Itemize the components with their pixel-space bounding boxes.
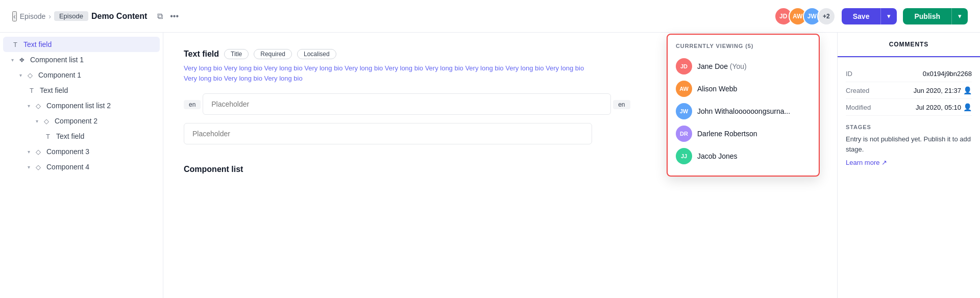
sidebar-item-component-4[interactable]: ▾ ◇ Component 4 bbox=[3, 159, 160, 175]
sidebar: T Text field ▾ ❖ Component list 1 ▾ ◇ Co… bbox=[0, 33, 163, 298]
viewing-name-1: Jane Doe (You) bbox=[697, 62, 747, 70]
field-description: Very long bio Very long bio Very long bi… bbox=[184, 63, 592, 83]
info-label-id: ID bbox=[846, 70, 852, 78]
viewing-you-label: (You) bbox=[730, 62, 747, 70]
info-value-id: 0x0194j9bn2268 bbox=[923, 70, 972, 78]
sidebar-label-component-list-1: Component list 1 bbox=[30, 56, 84, 64]
chevron-icon: ▾ bbox=[11, 57, 14, 63]
viewing-item-2: AW Alison Webb bbox=[676, 78, 811, 100]
back-button[interactable]: ‹ bbox=[12, 11, 17, 21]
sidebar-item-component-list-1[interactable]: ▾ ❖ Component list 1 bbox=[3, 52, 160, 67]
sidebar-item-component-1[interactable]: ▾ ◇ Component 1 bbox=[3, 67, 160, 83]
viewing-avatar-5: JJ bbox=[676, 148, 692, 164]
chevron-icon-3: ▾ bbox=[28, 103, 30, 109]
viewing-item-4: DR Darlene Robertson bbox=[676, 122, 811, 145]
sidebar-label-component-2: Component 2 bbox=[55, 117, 97, 125]
info-row-modified: Modified Jul 2020, 05:10 👤 bbox=[846, 99, 972, 116]
breadcrumb-tag[interactable]: Episode bbox=[54, 11, 88, 21]
info-row-id: ID 0x0194j9bn2268 bbox=[846, 66, 972, 82]
viewing-title: CURRENTLY VIEWING (5) bbox=[676, 43, 811, 49]
copy-button[interactable]: ⧉ bbox=[156, 11, 164, 22]
right-panel: COMMENTS ID 0x0194j9bn2268 Created Jun 2… bbox=[837, 33, 980, 298]
stages-title: STAGES bbox=[846, 124, 972, 130]
main-area: T Text field ▾ ❖ Component list 1 ▾ ◇ Co… bbox=[0, 33, 980, 298]
viewing-item-5: JJ Jacob Jones bbox=[676, 145, 811, 167]
header-right: JD AW JW +2 CURRENTLY VIEWING (5) JD Jan… bbox=[774, 7, 968, 26]
sidebar-item-component-list-list-2[interactable]: ▾ ◇ Component list list 2 bbox=[3, 98, 160, 113]
lang-tag-2: en bbox=[613, 100, 630, 109]
info-value-modified: Jul 2020, 05:10 👤 bbox=[916, 103, 972, 111]
publish-button-group: Publish ▾ bbox=[903, 8, 968, 24]
avatars-group: JD AW JW +2 bbox=[774, 7, 836, 26]
header-icons: ⧉ ••• bbox=[156, 11, 180, 22]
component-3-icon: ◇ bbox=[34, 148, 42, 156]
viewing-name-2: Alison Webb bbox=[697, 85, 737, 93]
info-row-created: Created Jun 2020, 21:37 👤 bbox=[846, 82, 972, 99]
chevron-icon-4: ▾ bbox=[36, 118, 38, 124]
text-icon-1: T bbox=[28, 87, 36, 94]
text-input-1[interactable] bbox=[203, 93, 611, 115]
chevron-icon-2: ▾ bbox=[19, 72, 22, 78]
avatar-count[interactable]: +2 bbox=[817, 7, 836, 26]
viewing-avatar-4: DR bbox=[676, 126, 692, 142]
breadcrumb-sep: › bbox=[48, 12, 51, 20]
sidebar-item-text-field-1[interactable]: T Text field bbox=[3, 83, 160, 98]
sidebar-label-component-4: Component 4 bbox=[46, 163, 89, 171]
person-icon-created: 👤 bbox=[963, 86, 972, 94]
stages-text: Entry is not published yet. Publish it t… bbox=[846, 134, 972, 154]
text-input-2[interactable] bbox=[184, 123, 592, 144]
viewing-avatar-2: AW bbox=[676, 81, 692, 97]
sidebar-item-component-2[interactable]: ▾ ◇ Component 2 bbox=[3, 113, 160, 129]
badge-required: Required bbox=[254, 49, 292, 59]
sidebar-item-component-3[interactable]: ▾ ◇ Component 3 bbox=[3, 144, 160, 159]
save-button[interactable]: Save bbox=[842, 8, 881, 24]
chevron-icon-6: ▾ bbox=[28, 164, 30, 170]
text-icon-2: T bbox=[44, 133, 52, 140]
header-left: ‹ Episode › Episode Demo Content ⧉ ••• bbox=[12, 11, 180, 22]
stages-section: STAGES Entry is not published yet. Publi… bbox=[846, 116, 972, 175]
sidebar-label-component-1: Component 1 bbox=[38, 71, 81, 79]
badge-title: Title bbox=[224, 49, 249, 59]
breadcrumb-current: Demo Content bbox=[91, 12, 147, 21]
publish-button[interactable]: Publish bbox=[903, 8, 951, 24]
sidebar-item-text-field-2[interactable]: T Text field bbox=[3, 129, 160, 144]
save-dropdown-button[interactable]: ▾ bbox=[880, 8, 897, 24]
info-label-modified: Modified bbox=[846, 104, 871, 111]
breadcrumb-episode: Episode bbox=[20, 12, 46, 20]
component-1-icon: ◇ bbox=[26, 71, 34, 79]
sidebar-label-component-list-list-2: Component list list 2 bbox=[46, 102, 111, 110]
publish-dropdown-button[interactable]: ▾ bbox=[951, 8, 968, 24]
component-2-icon: ◇ bbox=[42, 117, 51, 125]
badge-localised: Localised bbox=[297, 49, 336, 59]
sidebar-label-text-field-2: Text field bbox=[56, 132, 84, 140]
breadcrumb: ‹ Episode › Episode Demo Content bbox=[12, 11, 147, 21]
viewing-name-5: Jacob Jones bbox=[697, 152, 738, 160]
viewing-avatar-3: JW bbox=[676, 103, 692, 119]
viewing-name-4: Darlene Robertson bbox=[697, 130, 757, 138]
header: ‹ Episode › Episode Demo Content ⧉ ••• J… bbox=[0, 0, 980, 33]
more-button[interactable]: ••• bbox=[169, 11, 180, 22]
component-list-icon: ❖ bbox=[18, 56, 26, 64]
text-icon: T bbox=[11, 41, 19, 48]
sidebar-label-text-field-root: Text field bbox=[23, 40, 52, 48]
right-panel-content: ID 0x0194j9bn2268 Created Jun 2020, 21:3… bbox=[838, 58, 980, 183]
tab-comments[interactable]: COMMENTS bbox=[838, 33, 980, 57]
sidebar-label-component-3: Component 3 bbox=[46, 147, 89, 156]
sidebar-item-text-field-root[interactable]: T Text field bbox=[3, 37, 160, 52]
component-4-icon: ◇ bbox=[34, 163, 42, 171]
field-title: Text field bbox=[184, 49, 219, 59]
component-list-list-2-icon: ◇ bbox=[34, 102, 42, 110]
viewing-item-3: JW John Withaloooooongsurna... bbox=[676, 100, 811, 122]
learn-more-link[interactable]: Learn more ↗ bbox=[846, 159, 887, 166]
sidebar-label-text-field-1: Text field bbox=[40, 86, 68, 94]
viewing-name-3: John Withaloooooongsurna... bbox=[697, 107, 790, 115]
right-panel-tabs: COMMENTS bbox=[838, 33, 980, 58]
viewing-item-1: JD Jane Doe (You) bbox=[676, 55, 811, 78]
viewing-avatar-1: JD bbox=[676, 58, 692, 74]
external-link-icon: ↗ bbox=[881, 159, 887, 166]
info-label-created: Created bbox=[846, 87, 869, 94]
info-value-created: Jun 2020, 21:37 👤 bbox=[914, 86, 972, 94]
chevron-icon-5: ▾ bbox=[28, 149, 30, 155]
person-icon-modified: 👤 bbox=[963, 103, 972, 111]
save-button-group: Save ▾ bbox=[842, 8, 897, 24]
